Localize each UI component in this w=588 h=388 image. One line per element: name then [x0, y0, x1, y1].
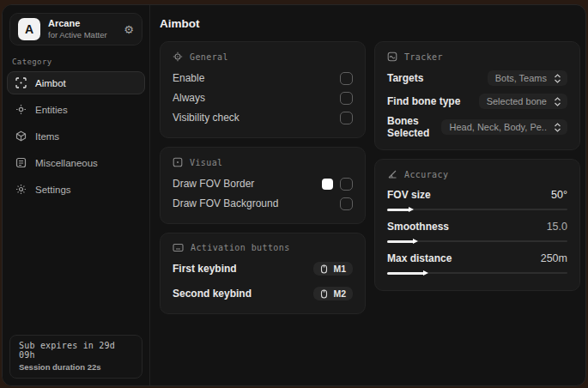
second-keybind-value: M2	[333, 288, 346, 299]
sidebar-item-label: Aimbot	[35, 78, 66, 88]
enable-checkbox[interactable]	[340, 72, 353, 85]
visibility-check-checkbox[interactable]	[340, 112, 353, 124]
sidebar-item-entities[interactable]: Entities	[7, 98, 145, 121]
activation-panel-title: Activation buttons	[191, 243, 290, 252]
draw-fov-background-label: Draw FOV Background	[173, 197, 278, 209]
second-keybind-button[interactable]: M2	[313, 287, 353, 300]
max-distance-control: Max distance 250m	[387, 250, 567, 276]
general-row-enable: Enable	[173, 69, 353, 88]
draw-fov-border-checkbox[interactable]	[340, 178, 353, 191]
entities-radar-icon	[15, 104, 27, 115]
gear-icon	[15, 184, 27, 195]
tracker-panel: Tracker Targets Bots, Teams	[374, 41, 580, 150]
sidebar-item-aimbot[interactable]: Aimbot	[7, 71, 145, 94]
general-row-visibility: Visibility check	[173, 108, 353, 127]
visual-panel-title: Visual	[190, 158, 223, 167]
find-bone-type-select[interactable]: Selected bone	[479, 94, 567, 109]
sidebar-item-label: Miscellaneous	[35, 158, 98, 168]
first-keybind-label: First keybind	[173, 263, 237, 275]
session-duration-text: Session duration 22s	[19, 362, 133, 372]
activation-row-second: Second keybind M2	[173, 284, 353, 303]
general-panel: General Enable Always Visibility check	[160, 41, 366, 138]
unfold-chevrons-icon	[554, 74, 561, 83]
sidebar-item-miscellaneous[interactable]: Miscellaneous	[7, 151, 145, 174]
fov-size-slider[interactable]	[387, 206, 567, 213]
tracker-row-targets: Targets Bots, Teams	[387, 69, 567, 88]
activation-panel: Activation buttons First keybind	[160, 233, 366, 314]
sidebar-item-settings[interactable]: Settings	[7, 178, 145, 201]
mouse-icon	[319, 264, 329, 274]
keyboard-icon	[173, 243, 184, 252]
angle-icon	[387, 169, 397, 179]
aimbot-crosshair-icon	[15, 77, 27, 88]
max-distance-value: 250m	[541, 252, 567, 264]
fov-size-label: FOV size	[387, 189, 431, 201]
sidebar-item-label: Settings	[35, 185, 71, 195]
fov-size-value: 50°	[551, 189, 567, 201]
tracker-pulse-icon	[387, 52, 397, 62]
main-content: Aimbot General	[150, 5, 586, 385]
max-distance-slider[interactable]	[387, 270, 567, 276]
always-checkbox[interactable]	[340, 92, 353, 105]
mouse-icon	[319, 289, 329, 299]
tracker-row-bones-selected: Bones Selected Head, Neck, Body, Pe..	[387, 115, 567, 139]
enable-label: Enable	[173, 72, 204, 84]
targets-label: Targets	[387, 72, 423, 84]
max-distance-label: Max distance	[387, 252, 452, 264]
page-title: Aimbot	[160, 17, 580, 30]
targets-select[interactable]: Bots, Teams	[488, 70, 567, 86]
fov-frame-icon	[173, 157, 183, 167]
subscription-card: Sub expires in 29d 09h Session duration …	[9, 335, 142, 379]
focus-crosshair-icon	[173, 52, 183, 62]
tracker-row-bone-type: Find bone type Selected bone	[387, 92, 567, 111]
brand-card: A Arcane for Active Matter ⚙	[9, 13, 142, 45]
draw-fov-border-label: Draw FOV Border	[173, 178, 254, 190]
first-keybind-button[interactable]: M1	[313, 262, 353, 276]
always-label: Always	[173, 92, 205, 104]
app-window: A Arcane for Active Matter ⚙ Category Ai…	[2, 4, 586, 386]
sidebar: A Arcane for Active Matter ⚙ Category Ai…	[3, 5, 150, 385]
unfold-chevrons-icon	[554, 123, 561, 132]
general-row-always: Always	[173, 88, 353, 107]
brand-logo: A	[18, 18, 40, 40]
smoothness-value: 15.0	[547, 221, 567, 233]
layout-list-icon	[15, 157, 27, 168]
sidebar-item-label: Items	[35, 131, 59, 142]
draw-fov-background-checkbox[interactable]	[340, 197, 353, 210]
fov-border-color-swatch[interactable]	[322, 179, 333, 190]
cube-icon	[15, 130, 27, 142]
visibility-check-label: Visibility check	[173, 112, 239, 124]
unfold-chevrons-icon	[554, 97, 561, 106]
accuracy-panel-title: Accuracy	[404, 170, 448, 179]
visual-row-fov-background: Draw FOV Background	[173, 194, 353, 213]
bones-selected-value: Head, Neck, Body, Pe..	[449, 122, 547, 132]
sub-expiry-text: Sub expires in 29d 09h	[19, 341, 133, 360]
bones-selected-label: Bones Selected	[387, 115, 441, 139]
second-keybind-label: Second keybind	[173, 288, 252, 300]
settings-gear-icon[interactable]: ⚙	[124, 23, 134, 36]
brand-subtitle: for Active Matter	[48, 30, 107, 40]
max-distance-slider-thumb[interactable]	[423, 270, 428, 276]
sidebar-item-items[interactable]: Items	[7, 124, 145, 148]
bones-selected-select[interactable]: Head, Neck, Body, Pe..	[441, 119, 567, 135]
smoothness-label: Smoothness	[387, 221, 449, 233]
visual-row-fov-border: Draw FOV Border	[173, 174, 353, 193]
sidebar-nav: Aimbot Entities Items	[3, 71, 149, 201]
targets-value: Bots, Teams	[495, 73, 547, 83]
general-panel-title: General	[190, 52, 228, 62]
smoothness-slider[interactable]	[387, 238, 567, 245]
fov-size-slider-thumb[interactable]	[409, 207, 414, 212]
smoothness-slider-thumb[interactable]	[413, 239, 418, 244]
tracker-panel-title: Tracker	[404, 52, 443, 62]
fov-size-control: FOV size 50°	[387, 186, 567, 213]
accuracy-panel: Accuracy FOV size 50°	[374, 159, 580, 291]
category-label: Category	[12, 58, 149, 66]
smoothness-control: Smoothness 15.0	[387, 218, 567, 245]
sidebar-item-label: Entities	[35, 105, 68, 115]
activation-row-first: First keybind M1	[173, 259, 353, 278]
brand-name: Arcane	[48, 18, 107, 30]
visual-panel: Visual Draw FOV Border Draw FOV Backgrou…	[160, 147, 366, 224]
first-keybind-value: M1	[333, 264, 346, 274]
find-bone-type-value: Selected bone	[487, 96, 547, 106]
find-bone-type-label: Find bone type	[387, 95, 460, 107]
